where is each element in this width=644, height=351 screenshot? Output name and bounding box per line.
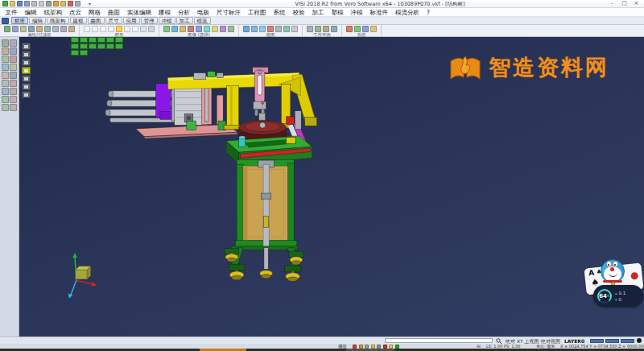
transport-toggle-icon[interactable] xyxy=(377,345,381,349)
color-attribute-icon[interactable] xyxy=(4,26,10,32)
new-file-icon[interactable] xyxy=(2,1,8,6)
shaded-edges-mode-icon[interactable] xyxy=(108,26,114,32)
workplane-3pt-icon[interactable] xyxy=(323,26,329,32)
hidden-line-mode-icon[interactable] xyxy=(92,26,98,32)
select-face-icon[interactable] xyxy=(180,26,186,32)
perspective-icon[interactable] xyxy=(140,26,147,32)
performance-monitor[interactable]: 64% ▴0.1 ▾0 xyxy=(593,285,643,307)
model-canvas[interactable] xyxy=(0,37,644,337)
menu-item[interactable]: 冲模 xyxy=(347,8,366,17)
toolbar-tab[interactable]: 曲面 xyxy=(88,17,105,24)
surface-filter-icon[interactable] xyxy=(52,26,59,32)
workplane-xy-icon[interactable] xyxy=(307,26,313,32)
toolbar-tab[interactable]: 冲模 xyxy=(159,17,175,24)
select-chain-icon[interactable] xyxy=(188,26,194,32)
pan-icon[interactable] xyxy=(275,26,282,32)
visibility-filter-icon[interactable] xyxy=(28,26,35,32)
select-box-icon[interactable] xyxy=(212,26,218,32)
calculator-icon[interactable] xyxy=(354,26,361,32)
grid-icon[interactable]: ⊞ xyxy=(477,343,481,349)
menu-item[interactable]: 加工 xyxy=(308,8,328,17)
select-color-icon[interactable] xyxy=(196,26,202,32)
invert-selection-icon[interactable] xyxy=(220,26,226,32)
saved-views-icon[interactable] xyxy=(291,26,298,32)
select-layer-icon[interactable] xyxy=(204,26,210,32)
save-icon[interactable] xyxy=(17,1,23,6)
toolbar-tab[interactable]: 模流 xyxy=(194,17,211,24)
menu-item[interactable]: 文件 xyxy=(2,8,21,17)
clear-selection-icon[interactable] xyxy=(228,26,234,32)
menu-item[interactable]: 建模 xyxy=(155,8,175,17)
select-all-icon[interactable] xyxy=(163,26,170,32)
attribute-brush-icon[interactable] xyxy=(36,26,43,32)
section-view-icon[interactable] xyxy=(132,26,138,32)
menu-item[interactable]: 尺寸标注 xyxy=(213,8,245,17)
delete-icon[interactable] xyxy=(68,1,73,6)
solid-filter-icon[interactable] xyxy=(44,26,51,32)
help-icon[interactable] xyxy=(370,26,377,32)
point-filter-icon[interactable] xyxy=(68,26,75,32)
toolbar-tab[interactable]: 应用 xyxy=(123,17,140,24)
menu-item[interactable]: 网格 xyxy=(85,8,105,17)
zoom-fit-icon[interactable] xyxy=(243,26,250,32)
open-file-icon[interactable] xyxy=(10,1,15,6)
menu-item[interactable]: 实体编辑 xyxy=(124,8,155,17)
active-view-label[interactable]: 绝对 XY 上视图 xyxy=(506,338,539,344)
save-all-icon[interactable] xyxy=(24,1,30,6)
notes-toggle-icon[interactable] xyxy=(353,345,357,349)
toolbar-tab[interactable]: 标准 xyxy=(11,17,28,24)
menu-item[interactable]: 分析 xyxy=(175,8,194,17)
nav-bar-button[interactable] xyxy=(621,339,634,343)
menu-item[interactable]: 线架构 xyxy=(40,8,66,17)
history-toggle-icon[interactable] xyxy=(395,345,399,349)
quick-access-caret-icon[interactable]: ▾ xyxy=(89,1,91,7)
workplane-face-icon[interactable] xyxy=(315,26,321,32)
import-icon[interactable] xyxy=(31,1,37,6)
model-viewport[interactable]: 智造资料网 xyxy=(0,37,644,337)
zoom-window-icon[interactable] xyxy=(251,26,258,32)
minimize-button[interactable]: – xyxy=(606,0,618,7)
transparency-icon[interactable] xyxy=(124,26,130,32)
redraw-icon[interactable] xyxy=(267,26,274,32)
workplane-reset-icon[interactable] xyxy=(331,26,337,32)
tree-toggle-button[interactable] xyxy=(2,18,9,24)
menu-item[interactable]: 编辑 xyxy=(21,8,40,17)
menu-item[interactable]: 校验 xyxy=(289,8,308,17)
nav-bar-button[interactable] xyxy=(590,339,604,343)
nav-bar-button[interactable] xyxy=(605,339,619,343)
background-icon[interactable] xyxy=(148,26,155,32)
menu-item[interactable]: 电极 xyxy=(194,8,213,17)
layer-manager-icon[interactable] xyxy=(20,26,27,32)
menu-item[interactable]: 工程图 xyxy=(245,8,270,17)
macro-icon[interactable] xyxy=(362,26,369,32)
menu-item[interactable]: 标准件 xyxy=(366,8,392,17)
options-icon[interactable] xyxy=(346,26,353,32)
toolbar-tab[interactable]: 编辑 xyxy=(29,17,46,24)
active-layer-label[interactable]: LAYER0 xyxy=(564,338,584,344)
menu-item[interactable]: 点云 xyxy=(66,8,85,17)
toolbar-tab[interactable]: 线架构 xyxy=(47,17,69,24)
edge-filter-icon[interactable] xyxy=(60,26,67,32)
menu-item[interactable]: 曲面 xyxy=(105,8,124,17)
wireframe-mode-icon[interactable] xyxy=(84,26,90,32)
settings-icon[interactable] xyxy=(75,1,80,6)
maximize-button[interactable]: □ xyxy=(618,0,630,7)
zoom-previous-icon[interactable] xyxy=(259,26,266,32)
toolbar-tab[interactable]: 加工 xyxy=(176,17,193,24)
coordinate-mode-label[interactable]: 绝对视图 xyxy=(541,338,560,344)
toolbar-tab[interactable]: 管理 xyxy=(141,17,158,24)
shaded-mode-icon[interactable] xyxy=(100,26,106,32)
document-toggle-icon[interactable] xyxy=(389,345,393,349)
undo-icon[interactable] xyxy=(53,1,59,6)
menu-item[interactable]: 模流分析 xyxy=(392,8,423,17)
line-type-icon[interactable] xyxy=(12,26,19,32)
menu-item[interactable]: ? xyxy=(423,8,434,17)
toolbar-tab[interactable]: 尺寸 xyxy=(105,17,122,24)
render-mode-icon[interactable] xyxy=(116,26,122,32)
operator-toggle-icon[interactable] xyxy=(371,345,375,349)
menu-item[interactable]: 系统 xyxy=(270,8,289,17)
tool-toggle-icon[interactable] xyxy=(365,345,369,349)
menu-item[interactable]: 塑模 xyxy=(328,8,347,17)
close-button[interactable]: × xyxy=(630,0,642,7)
material-toggle-icon[interactable] xyxy=(359,345,363,349)
